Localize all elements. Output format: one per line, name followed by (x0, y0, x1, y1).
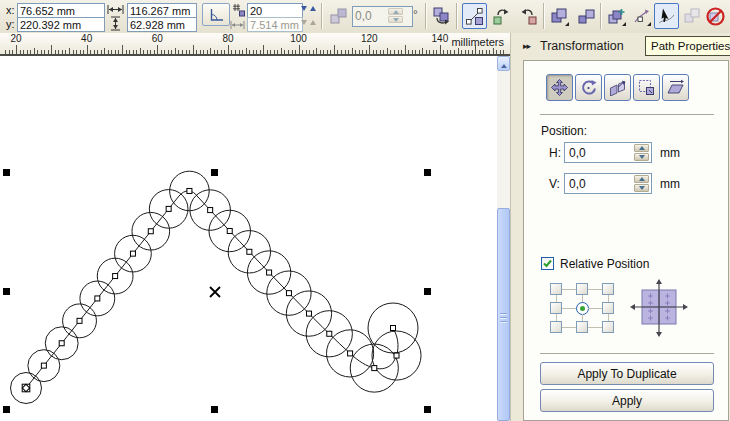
selection-handle[interactable] (424, 288, 431, 295)
toolbar-separator (425, 3, 427, 29)
v-spin-up[interactable] (634, 175, 649, 183)
x-position-input[interactable] (17, 3, 105, 18)
path-node[interactable] (306, 311, 311, 316)
anchor-checkbox[interactable] (550, 321, 562, 333)
transformation-docker: ▸▸ Transformation × (510, 33, 730, 421)
scale-mirror-tab-button[interactable] (604, 74, 631, 101)
path-node[interactable] (41, 363, 46, 368)
anchor-checkbox[interactable] (576, 283, 588, 295)
selection-handle[interactable] (211, 406, 218, 413)
section-divider (540, 114, 714, 115)
loop-blend-button[interactable] (429, 3, 454, 29)
blend-spacing-input (247, 17, 303, 32)
vertical-scrollbar[interactable] (497, 56, 510, 421)
anchor-grid-line (608, 295, 609, 302)
steps-spin-down[interactable] (301, 6, 307, 11)
selection-handle[interactable] (3, 288, 10, 295)
selection-handle[interactable] (211, 169, 218, 176)
ruler-ticks: 20406080100120140 (0, 33, 510, 54)
path-node[interactable] (227, 228, 232, 233)
path-node[interactable] (95, 296, 100, 301)
path-node[interactable] (247, 249, 252, 254)
loop-blend-icon (432, 6, 452, 26)
object-width-input[interactable] (127, 3, 197, 18)
copy-blend-properties-button (680, 3, 705, 29)
path-node[interactable] (348, 351, 353, 356)
start-end-objects-button[interactable] (462, 3, 487, 29)
v-spin-down[interactable] (634, 184, 649, 192)
path-node[interactable] (327, 331, 332, 336)
ruler-tick (51, 45, 52, 54)
docker-content: Position: H: mm V: mm Relative Position (523, 60, 729, 421)
ruler-label: 140 (432, 33, 449, 44)
skew-tab-button[interactable] (662, 74, 689, 101)
selection-handle[interactable] (3, 169, 10, 176)
h-spinner[interactable] (634, 144, 649, 161)
selection-center-marker[interactable] (210, 287, 220, 297)
anchor-grid-line (588, 327, 602, 328)
copy-start-object-button[interactable] (489, 3, 514, 29)
path-node[interactable] (372, 366, 377, 371)
anchor-checkbox[interactable] (550, 302, 562, 314)
steps-spin-up[interactable] (310, 6, 316, 11)
path-node[interactable] (148, 229, 153, 234)
y-position-input[interactable] (17, 17, 105, 32)
relative-position-checkbox[interactable] (541, 257, 554, 270)
path-node[interactable] (286, 291, 291, 296)
horizontal-ruler[interactable]: 20406080100120140 millimeters (0, 33, 510, 54)
h-spin-down[interactable] (634, 153, 649, 161)
path-node[interactable] (113, 274, 118, 279)
ruler-label: 80 (222, 33, 233, 44)
drawing-canvas[interactable] (0, 56, 497, 421)
anchor-grid-line (562, 327, 576, 328)
toolbar-separator (321, 3, 323, 29)
scroll-thumb[interactable] (497, 208, 510, 421)
v-spinner[interactable] (634, 175, 649, 192)
docker-collapse-button[interactable]: ▸▸ (523, 41, 530, 51)
h-spin-up[interactable] (634, 144, 649, 152)
path-node[interactable] (394, 353, 399, 358)
blend-steps-input[interactable] (247, 3, 303, 18)
path-node[interactable] (166, 206, 171, 211)
size-tab-button[interactable] (633, 74, 660, 101)
copy-end-object-button[interactable] (516, 3, 541, 29)
apply-button[interactable]: Apply (540, 389, 714, 412)
size-icon (638, 79, 655, 96)
color-acceleration-button[interactable] (574, 3, 599, 29)
clear-blend-button[interactable] (703, 3, 728, 29)
path-node[interactable] (208, 208, 213, 213)
add-blend-button[interactable] (604, 3, 629, 29)
selection-handle[interactable] (3, 406, 10, 413)
tooltip: Path Properties (645, 36, 730, 56)
object-acceleration-button[interactable] (547, 3, 572, 29)
selection-handle[interactable] (424, 169, 431, 176)
path-node[interactable] (391, 326, 396, 331)
apply-to-duplicate-button[interactable]: Apply To Duplicate (540, 362, 714, 385)
object-height-input[interactable] (127, 17, 197, 32)
position-tab-button[interactable] (546, 74, 573, 101)
anchor-checkbox[interactable] (602, 283, 614, 295)
ruler-tick (228, 45, 229, 54)
path-node[interactable] (267, 270, 272, 275)
path-properties-button[interactable] (654, 3, 679, 29)
anchor-checkbox[interactable] (576, 321, 588, 333)
path-node[interactable] (187, 188, 192, 193)
angle-mode-button[interactable] (202, 3, 230, 26)
ruler-label: 20 (10, 33, 21, 44)
anchor-checkbox[interactable] (602, 302, 614, 314)
ruler-tick (405, 45, 406, 54)
split-blend-button[interactable] (629, 3, 654, 29)
copy-blend-icon (683, 7, 702, 26)
color-acceleration-icon (577, 7, 596, 26)
scroll-up-button[interactable] (497, 56, 510, 71)
anchor-checkbox[interactable] (550, 283, 562, 295)
selection-handle[interactable] (424, 406, 431, 413)
ruler-tick (16, 45, 17, 54)
path-node[interactable] (130, 251, 135, 256)
path-node[interactable] (59, 341, 64, 346)
anchor-checkbox[interactable] (602, 321, 614, 333)
path-start-node[interactable] (22, 384, 30, 392)
rotate-tab-button[interactable] (575, 74, 602, 101)
path-node[interactable] (77, 318, 82, 323)
anchor-grid-line (608, 314, 609, 321)
